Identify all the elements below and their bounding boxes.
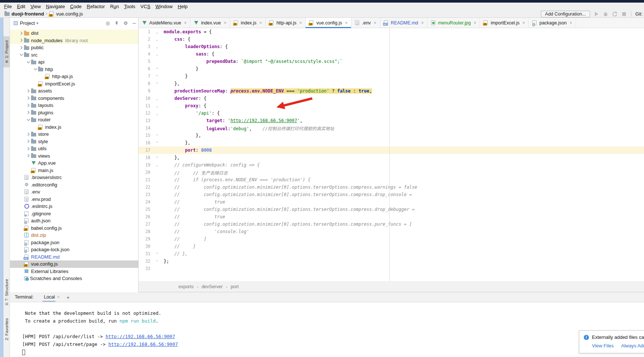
close-icon[interactable]: × — [345, 20, 348, 26]
editor-tab-importexcel-js[interactable]: JSimportExcel.js× — [480, 18, 529, 28]
fold-marker-icon[interactable]: ⌄ — [150, 37, 164, 41]
line-number[interactable]: 33 — [139, 266, 150, 271]
fold-marker-icon[interactable]: ⌄ — [150, 111, 164, 115]
chevron-expanded-icon[interactable] — [18, 53, 24, 57]
line-number[interactable]: 16 — [139, 140, 150, 145]
fold-marker-icon[interactable]: ⌃ — [150, 259, 164, 263]
line-number[interactable]: 6 — [139, 66, 150, 71]
tree-item-gitignore[interactable]: ⊘.gitignore — [10, 210, 139, 218]
code-line-4[interactable]: 4⌄ sass: { — [139, 50, 644, 58]
menu-item-edit[interactable]: Edit — [14, 3, 28, 10]
close-icon[interactable]: × — [421, 20, 424, 26]
menu-item-navigate[interactable]: Navigate — [43, 3, 67, 10]
fold-marker-icon[interactable]: ⌃ — [150, 252, 164, 256]
code-line-33[interactable]: 33 — [139, 265, 644, 272]
editor-tab-package-json[interactable]: {}package.json× — [529, 18, 576, 28]
code-line-10[interactable]: 10⌄ devServer: { — [139, 95, 644, 102]
code-line-2[interactable]: 2⌄ css: { — [139, 36, 644, 43]
fold-marker-icon[interactable]: ⌄ — [150, 97, 164, 101]
run-icon[interactable] — [593, 11, 599, 17]
terminal-link[interactable]: http://192.168.66.56:9007 — [106, 334, 175, 339]
fold-marker-icon[interactable]: ⌃ — [150, 134, 164, 138]
add-configuration-button[interactable]: Add Configuration... — [541, 11, 590, 17]
breadcrumb-file[interactable]: vue.config.js — [56, 11, 83, 17]
close-icon[interactable]: × — [57, 294, 60, 300]
tree-item-style[interactable]: style — [10, 138, 139, 145]
crumb-devserver[interactable]: devServer — [202, 284, 223, 289]
tree-item-http-api-js[interactable]: JShttp-api.js — [10, 73, 139, 80]
chevron-collapsed-icon[interactable] — [18, 38, 24, 42]
locate-file-icon[interactable]: ◎ — [106, 20, 110, 26]
line-number[interactable]: 3 — [139, 44, 150, 49]
tree-item-views[interactable]: views — [10, 152, 139, 160]
line-number[interactable]: 11 — [139, 103, 150, 108]
view-files-link[interactable]: View Files — [592, 343, 614, 348]
close-icon[interactable]: × — [374, 20, 376, 26]
line-number[interactable]: 31 — [139, 251, 150, 256]
editor-tab-asidemenu-vue[interactable]: AsideMenu.vue× — [139, 18, 190, 28]
menu-item-window[interactable]: Window — [153, 3, 175, 10]
fold-marker-icon[interactable]: ⌄ — [150, 52, 164, 56]
fold-marker-icon[interactable]: ⌃ — [150, 141, 164, 145]
menu-item-file[interactable]: File — [1, 3, 14, 10]
line-number[interactable]: 18 — [139, 155, 150, 160]
git-widget[interactable]: Git: — [636, 11, 643, 17]
line-number[interactable]: 8 — [139, 81, 150, 86]
chevron-expanded-icon[interactable] — [33, 67, 38, 71]
new-terminal-icon[interactable]: + — [67, 294, 70, 300]
tree-item-package-json[interactable]: {}package.json — [10, 239, 139, 246]
chevron-collapsed-icon[interactable] — [25, 154, 31, 158]
editor-tab-index-js[interactable]: JSindex.js× — [230, 18, 266, 28]
code-line-9[interactable]: 9 productionSourceMap: process.env.NODE_… — [139, 87, 644, 95]
line-number[interactable]: 2 — [139, 37, 150, 42]
fold-marker-icon[interactable]: ⌃ — [150, 82, 164, 86]
code-line-19[interactable]: 19⌄ // configureWebpack: config => { — [139, 161, 644, 169]
hide-panel-icon[interactable]: ─ — [133, 20, 136, 26]
fold-marker-icon[interactable]: ⌄ — [150, 104, 164, 108]
toolwindow-tab-favorites[interactable]: 2: Favorites — [3, 313, 10, 346]
terminal-output[interactable]: Note that the development build is not o… — [10, 302, 644, 357]
stop-icon[interactable] — [621, 11, 627, 17]
code-line-30[interactable]: 30 // } — [139, 243, 644, 250]
line-number[interactable]: 29 — [139, 236, 150, 242]
editor-tab-vue-config-js[interactable]: JSvue.config.js× — [306, 18, 351, 28]
tree-item-external-libraries[interactable]: External Libraries — [10, 268, 139, 275]
tree-item-scratches-and-consoles[interactable]: Scratches and Consoles — [10, 275, 139, 282]
always-add-link[interactable]: Always Add — [621, 343, 644, 348]
breadcrumb-project[interactable]: duoji-frontend — [11, 11, 44, 17]
code-line-28[interactable]: 28 // 'console.log' — [139, 228, 644, 235]
chevron-expanded-icon[interactable] — [25, 118, 31, 122]
settings-gear-icon[interactable]: ⚙ — [123, 20, 128, 26]
tree-item-importexcel-js[interactable]: JSimportExcel.js — [10, 80, 139, 88]
code-editor[interactable]: 1⌄module.exports = {2⌄ css: {3⌄ loaderOp… — [139, 28, 644, 288]
line-number[interactable]: 23 — [139, 192, 150, 197]
code-line-17[interactable]: 17 port: 8008 — [139, 146, 644, 154]
tree-item-vue-config-js[interactable]: JSvue.config.js — [10, 260, 139, 268]
chevron-collapsed-icon[interactable] — [18, 46, 24, 50]
close-icon[interactable]: × — [184, 20, 187, 26]
code-line-11[interactable]: 11⌄ proxy: { — [139, 102, 644, 110]
fold-marker-icon[interactable]: ⌃ — [150, 156, 164, 160]
fold-marker-icon[interactable]: ⌃ — [150, 74, 164, 78]
line-number[interactable]: 1 — [139, 29, 150, 34]
menu-item-vcs[interactable]: VCS — [138, 3, 153, 10]
line-number[interactable]: 19 — [139, 162, 150, 168]
editor-tab-index-vue[interactable]: index.vue× — [190, 18, 230, 28]
chevron-down-icon[interactable]: ▾ — [36, 21, 38, 25]
tree-item-package-lock-json[interactable]: {}package-lock.json — [10, 246, 139, 253]
chevron-collapsed-icon[interactable] — [18, 31, 24, 35]
line-number[interactable]: 13 — [139, 118, 150, 123]
chevron-collapsed-icon[interactable] — [25, 96, 31, 100]
close-icon[interactable]: × — [522, 20, 525, 26]
tree-item-editorconfig[interactable]: ⚙.editorconfig — [10, 181, 139, 189]
coverage-icon[interactable] — [612, 11, 618, 17]
collapse-all-icon[interactable]: ⇞ — [115, 20, 119, 26]
line-number[interactable]: 17 — [139, 148, 150, 153]
line-number[interactable]: 9 — [139, 88, 150, 94]
toolwindow-tab-structure[interactable]: 7: Structure ▤ — [3, 278, 10, 307]
code-line-13[interactable]: 13 target: 'http://192.168.66.56:9007', — [139, 117, 644, 124]
code-line-16[interactable]: 16⌃ }, — [139, 139, 644, 146]
code-line-12[interactable]: 12⌄ '/api': { — [139, 110, 644, 117]
fold-marker-icon[interactable]: ⌄ — [150, 163, 164, 167]
terminal-tab-local[interactable]: Local× — [43, 293, 61, 302]
